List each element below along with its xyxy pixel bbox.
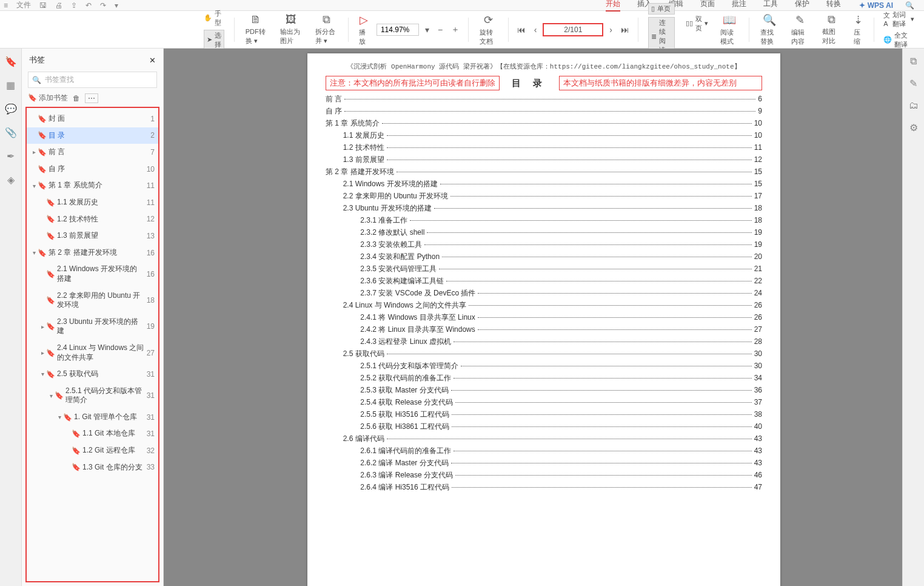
pdf-convert-button[interactable]: 🗎PDF转换 ▾ bbox=[241, 13, 272, 45]
prev-page-icon[interactable]: ‹ bbox=[532, 24, 540, 36]
bookmark-item[interactable]: 🔖1.3 前景展望13 bbox=[27, 227, 158, 244]
export-image-button[interactable]: 🖼输出为图片 bbox=[275, 13, 307, 45]
right-tool-3[interactable]: 🗂 bbox=[909, 100, 919, 111]
toc-label: 第 2 章 搭建开发环境 bbox=[326, 167, 394, 177]
bookmark-page: 16 bbox=[147, 249, 155, 257]
bookmark-item[interactable]: 🔖自 序10 bbox=[27, 161, 158, 178]
delete-bookmark-icon[interactable]: 🗑 bbox=[73, 94, 80, 103]
document-viewport[interactable]: 《沉浸式剖析 OpenHarmony 源代码 梁开祝著》【在线资源仓库：http… bbox=[164, 49, 924, 586]
undo-icon[interactable]: ↶ bbox=[85, 1, 92, 10]
translate-selection-button[interactable]: 文A划词翻译 ▾ bbox=[883, 10, 914, 29]
attachments-icon[interactable]: 📎 bbox=[5, 127, 17, 138]
redo-icon[interactable]: ↷ bbox=[100, 1, 106, 10]
thumbnails-icon[interactable]: ▦ bbox=[6, 79, 15, 91]
read-mode-button[interactable]: 📖阅读模式 bbox=[715, 13, 743, 46]
add-bookmark-button[interactable]: 🔖 添加书签 bbox=[28, 93, 68, 103]
right-tool-4[interactable]: ⚙ bbox=[909, 122, 918, 133]
single-page-button[interactable]: ▯单页 bbox=[648, 3, 675, 15]
next-page-icon[interactable]: › bbox=[607, 24, 615, 36]
signature-icon[interactable]: ✒ bbox=[7, 150, 15, 162]
menubar: ≡ 文件 🖫 🖨 ⇪ ↶ ↷ ▾ 开始 插入 编辑 页面 批注 工具 保护 转换… bbox=[0, 0, 924, 11]
bookmark-item[interactable]: 🔖1.1 发展历史11 bbox=[27, 194, 158, 211]
bookmark-item[interactable]: 🔖1.3 Git 仓库的分支33 bbox=[27, 459, 158, 476]
first-page-icon[interactable]: ⏮ bbox=[515, 24, 528, 36]
expand-icon[interactable]: ▸ bbox=[30, 149, 38, 155]
toc-page: 10 bbox=[754, 131, 762, 140]
right-tool-2[interactable]: ✎ bbox=[909, 78, 917, 89]
split-merge-button[interactable]: ⧉拆分合并 ▾ bbox=[310, 13, 341, 45]
expand-icon[interactable]: ▾ bbox=[30, 183, 38, 189]
expand-icon[interactable]: ▾ bbox=[56, 414, 63, 420]
wps-ai-button[interactable]: ✦ WPS AI bbox=[859, 1, 893, 10]
bookmark-search[interactable]: 🔍 书签查找 bbox=[28, 72, 157, 88]
expand-icon[interactable]: ▸ bbox=[39, 323, 46, 330]
tab-start[interactable]: 开始 bbox=[606, 0, 620, 12]
file-menu[interactable]: 文件 bbox=[16, 0, 31, 10]
bookmark-icon: 🔖 bbox=[38, 249, 46, 257]
tab-convert[interactable]: 转换 bbox=[826, 0, 841, 12]
bookmark-item[interactable]: 🔖1.1 Git 本地仓库31 bbox=[27, 425, 158, 442]
toc-label: 2.5.6 获取 Hi3861 工程代码 bbox=[352, 422, 449, 432]
bookmark-label: 第 2 章 搭建开发环境 bbox=[49, 248, 144, 258]
bookmark-item[interactable]: ▾🔖第 2 章 搭建开发环境16 bbox=[27, 244, 158, 261]
bookmark-icon[interactable]: 🔖 bbox=[5, 56, 17, 67]
toc-label: 2.3.7 安装 VSCode 及 DevEco 插件 bbox=[352, 288, 475, 298]
bookmark-item[interactable]: 🔖2.2 拿来即用的 Ubuntu 开发环境18 bbox=[27, 288, 158, 314]
tab-annotate[interactable]: 批注 bbox=[732, 0, 746, 12]
right-tool-1[interactable]: ⧉ bbox=[910, 56, 917, 67]
bookmark-label: 前 言 bbox=[49, 147, 148, 157]
bookmark-item[interactable]: 🔖封 面1 bbox=[27, 110, 158, 127]
print-icon[interactable]: 🖨 bbox=[55, 1, 62, 10]
dropdown-icon[interactable]: ▾ bbox=[115, 1, 118, 10]
bookmark-item[interactable]: ▾🔖1. Git 管理单个仓库31 bbox=[27, 409, 158, 426]
last-page-icon[interactable]: ⏭ bbox=[618, 24, 632, 36]
zoom-input[interactable] bbox=[377, 24, 419, 36]
select-tool[interactable]: ➤选择 bbox=[204, 30, 224, 50]
layers-icon[interactable]: ◈ bbox=[7, 174, 15, 186]
bookmark-item[interactable]: 🔖2.1 Windows 开发环境的搭建16 bbox=[27, 261, 158, 287]
close-icon[interactable]: ✕ bbox=[149, 56, 156, 65]
expand-icon[interactable]: ▾ bbox=[39, 371, 46, 377]
expand-icon[interactable]: ▾ bbox=[30, 249, 38, 256]
edit-content-button[interactable]: ✎编辑内容 bbox=[786, 13, 814, 46]
bookmark-item[interactable]: ▸🔖2.4 Linux 与 Windows 之间的文件共享27 bbox=[27, 340, 158, 366]
bookmark-item[interactable]: ▾🔖第 1 章 系统简介11 bbox=[27, 177, 158, 194]
bookmark-label: 封 面 bbox=[49, 114, 148, 124]
search-icon[interactable]: 🔍 bbox=[905, 1, 914, 10]
zoom-in-icon[interactable]: ＋ bbox=[449, 23, 462, 36]
hand-tool[interactable]: ✋手型 bbox=[204, 9, 224, 27]
bookmark-page: 31 bbox=[147, 413, 155, 422]
tab-page[interactable]: 页面 bbox=[700, 0, 715, 12]
more-icon[interactable]: ⋯ bbox=[85, 93, 98, 103]
compress-button[interactable]: ⇣压缩 bbox=[849, 13, 868, 46]
save-icon[interactable]: 🖫 bbox=[39, 1, 47, 10]
bookmark-icon: 🔖 bbox=[46, 270, 55, 278]
bookmark-item[interactable]: 🔖1.2 技术特性12 bbox=[27, 211, 158, 228]
zoom-dropdown-icon[interactable]: ▾ bbox=[423, 24, 432, 36]
bookmark-item[interactable]: ▸🔖前 言7 bbox=[27, 144, 158, 161]
bookmark-item[interactable]: 🔖1.2 Git 远程仓库32 bbox=[27, 442, 158, 459]
menu-icon[interactable]: ≡ bbox=[4, 1, 8, 10]
crop-compare-button[interactable]: ⧉截图对比 bbox=[817, 13, 845, 45]
tab-protect[interactable]: 保护 bbox=[795, 0, 809, 12]
toc-entry: 2.3.2 修改默认 shell19 bbox=[326, 227, 762, 238]
find-replace-button[interactable]: 🔍查找替换 bbox=[755, 13, 783, 46]
expand-icon[interactable]: ▸ bbox=[39, 349, 46, 356]
play-button[interactable]: ▷播放 bbox=[354, 13, 373, 46]
bookmark-label: 2.4 Linux 与 Windows 之间的文件共享 bbox=[57, 343, 144, 362]
bookmark-item[interactable]: 🔖目 录2 bbox=[27, 127, 158, 144]
page-indicator-input[interactable] bbox=[543, 23, 603, 36]
expand-icon[interactable]: ▾ bbox=[47, 392, 55, 399]
tab-tools[interactable]: 工具 bbox=[763, 0, 778, 12]
zoom-out-icon[interactable]: − bbox=[435, 24, 445, 36]
export-icon[interactable]: ⇪ bbox=[71, 1, 77, 10]
comments-icon[interactable]: 💬 bbox=[5, 103, 17, 115]
toc-entry: 2.5.5 获取 Hi3516 工程代码38 bbox=[326, 409, 762, 420]
bookmark-item[interactable]: ▾🔖2.5 获取代码31 bbox=[27, 366, 158, 383]
bookmark-list[interactable]: 🔖封 面1🔖目 录2▸🔖前 言7🔖自 序10▾🔖第 1 章 系统简介11🔖1.1… bbox=[25, 107, 159, 582]
double-page-button[interactable]: ▯▯双页 ▾ bbox=[686, 15, 708, 33]
bookmark-item[interactable]: ▾🔖2.5.1 代码分支和版本管理简介31 bbox=[27, 383, 158, 409]
bookmark-item[interactable]: ▸🔖2.3 Ubuntu 开发环境的搭建19 bbox=[27, 314, 158, 340]
rotate-button[interactable]: ⟳旋转文档 bbox=[475, 13, 502, 46]
full-translate-button[interactable]: 🌐全文翻译 bbox=[883, 31, 914, 49]
